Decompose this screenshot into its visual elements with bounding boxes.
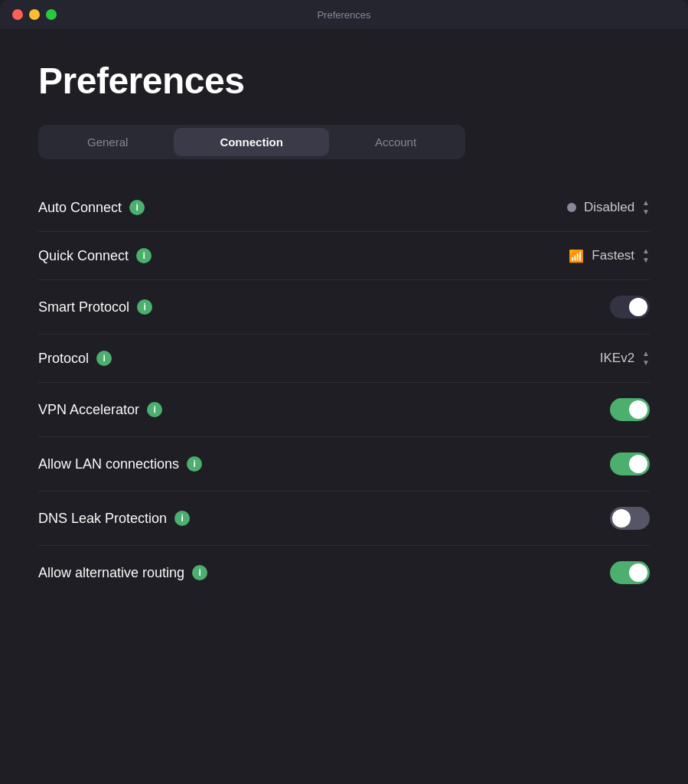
vpn-accelerator-text: VPN Accelerator xyxy=(38,402,139,418)
auto-connect-dot-icon xyxy=(567,203,576,212)
arrow-down-icon: ▼ xyxy=(642,359,650,367)
alt-routing-row: Allow alternative routing i xyxy=(38,546,650,599)
quick-connect-text: Quick Connect xyxy=(38,248,129,264)
protocol-value: IKEv2 xyxy=(600,351,634,366)
protocol-label: Protocol i xyxy=(38,351,112,367)
dns-leak-text: DNS Leak Protection xyxy=(38,511,167,527)
allow-lan-row: Allow LAN connections i xyxy=(38,437,650,492)
protocol-arrows[interactable]: ▲ ▼ xyxy=(642,350,650,367)
allow-lan-toggle[interactable] xyxy=(610,452,650,475)
smart-protocol-info-icon[interactable]: i xyxy=(137,299,152,315)
alt-routing-label: Allow alternative routing i xyxy=(38,565,207,581)
protocol-text: Protocol xyxy=(38,351,89,367)
auto-connect-text: Auto Connect xyxy=(38,200,122,216)
quick-connect-signal-icon: 📶 xyxy=(569,249,584,263)
window-controls xyxy=(12,9,57,20)
arrow-up-icon: ▲ xyxy=(642,247,650,255)
tab-account[interactable]: Account xyxy=(329,128,462,156)
arrow-down-icon: ▼ xyxy=(642,208,650,216)
arrow-up-icon: ▲ xyxy=(642,350,650,358)
dns-leak-info-icon[interactable]: i xyxy=(174,511,190,526)
quick-connect-value: Fastest xyxy=(592,248,634,263)
allow-lan-text: Allow LAN connections xyxy=(38,456,179,472)
tab-connection[interactable]: Connection xyxy=(174,128,329,156)
quick-connect-label: Quick Connect i xyxy=(38,248,152,264)
smart-protocol-toggle[interactable] xyxy=(610,296,650,318)
minimize-button[interactable] xyxy=(29,9,40,20)
dns-leak-label: DNS Leak Protection i xyxy=(38,511,190,527)
title-bar: Preferences xyxy=(0,0,688,29)
alt-routing-info-icon[interactable]: i xyxy=(192,565,207,580)
smart-protocol-text: Smart Protocol xyxy=(38,299,129,315)
alt-routing-text: Allow alternative routing xyxy=(38,565,184,581)
close-button[interactable] xyxy=(12,9,23,20)
auto-connect-control[interactable]: Disabled ▲ ▼ xyxy=(567,199,650,216)
protocol-control[interactable]: IKEv2 ▲ ▼ xyxy=(600,350,650,367)
auto-connect-label: Auto Connect i xyxy=(38,200,145,216)
allow-lan-label: Allow LAN connections i xyxy=(38,456,202,472)
settings-list: Auto Connect i Disabled ▲ ▼ Quick Connec… xyxy=(38,184,650,599)
arrow-up-icon: ▲ xyxy=(642,199,650,207)
quick-connect-info-icon[interactable]: i xyxy=(136,248,152,263)
main-content: Preferences General Connection Account A… xyxy=(0,29,688,630)
allow-lan-info-icon[interactable]: i xyxy=(187,456,202,472)
vpn-accelerator-row: VPN Accelerator i xyxy=(38,383,650,437)
protocol-row: Protocol i IKEv2 ▲ ▼ xyxy=(38,335,650,383)
alt-routing-toggle[interactable] xyxy=(610,561,650,584)
quick-connect-control[interactable]: 📶 Fastest ▲ ▼ xyxy=(569,247,650,264)
arrow-down-icon: ▼ xyxy=(642,256,650,264)
vpn-accelerator-toggle[interactable] xyxy=(610,398,650,421)
protocol-info-icon[interactable]: i xyxy=(96,351,112,366)
auto-connect-info-icon[interactable]: i xyxy=(129,200,145,215)
auto-connect-value: Disabled xyxy=(584,200,634,215)
quick-connect-arrows[interactable]: ▲ ▼ xyxy=(642,247,650,264)
tab-bar: General Connection Account xyxy=(38,125,465,159)
smart-protocol-row: Smart Protocol i xyxy=(38,280,650,335)
vpn-accelerator-info-icon[interactable]: i xyxy=(147,402,162,417)
dns-leak-row: DNS Leak Protection i xyxy=(38,492,650,546)
auto-connect-arrows[interactable]: ▲ ▼ xyxy=(642,199,650,216)
window-title: Preferences xyxy=(317,9,370,21)
protocol-dropdown[interactable]: IKEv2 xyxy=(600,351,634,366)
tab-general[interactable]: General xyxy=(41,128,174,156)
smart-protocol-label: Smart Protocol i xyxy=(38,299,152,315)
quick-connect-row: Quick Connect i 📶 Fastest ▲ ▼ xyxy=(38,232,650,280)
quick-connect-dropdown[interactable]: 📶 Fastest xyxy=(569,248,634,263)
maximize-button[interactable] xyxy=(46,9,57,20)
page-title: Preferences xyxy=(38,60,650,102)
dns-leak-toggle[interactable] xyxy=(610,507,650,530)
vpn-accelerator-label: VPN Accelerator i xyxy=(38,402,162,418)
auto-connect-dropdown[interactable]: Disabled xyxy=(567,200,634,215)
auto-connect-row: Auto Connect i Disabled ▲ ▼ xyxy=(38,184,650,232)
